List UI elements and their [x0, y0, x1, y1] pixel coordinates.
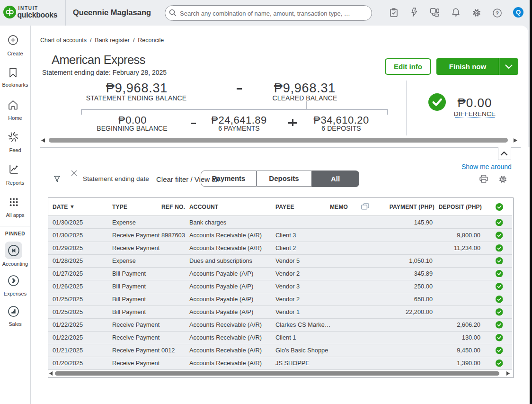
svg-text:?: ? — [496, 10, 499, 16]
